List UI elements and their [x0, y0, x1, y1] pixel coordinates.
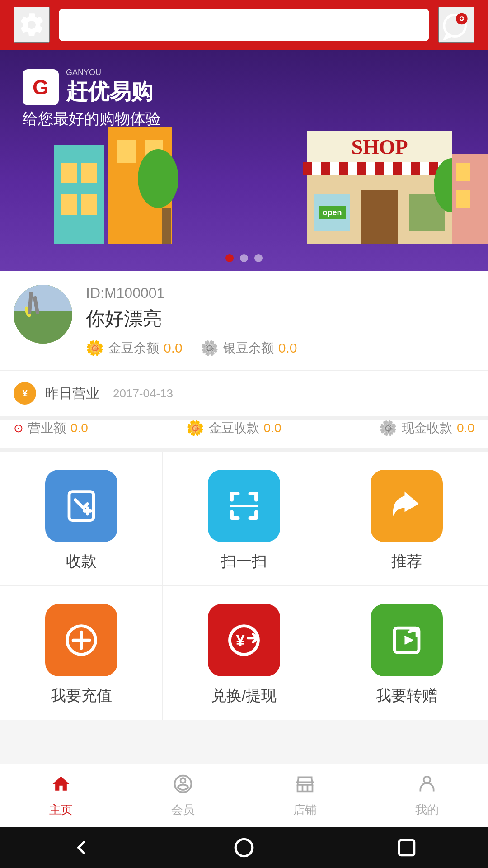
store-icon — [295, 774, 315, 798]
revenue-label: 营业额 — [28, 420, 66, 437]
profile-section: ID:M100001 你好漂亮 🌼 金豆余额 0.0 🌼 银豆余额 0.0 — [0, 271, 488, 371]
settings-button[interactable] — [14, 7, 50, 43]
top-bar — [0, 0, 488, 50]
member-icon — [173, 774, 193, 798]
grid-item-receive[interactable]: 收款 — [0, 452, 163, 586]
search-input[interactable] — [59, 9, 429, 41]
receive-icon-bg — [45, 470, 117, 542]
grid-item-scan[interactable]: 扫一扫 — [163, 452, 325, 586]
stats-coin-icon: ¥ — [14, 382, 36, 405]
stats-date: 2017-04-13 — [113, 387, 173, 401]
stat-cash: 🌼 现金收款 0.0 — [379, 420, 474, 437]
gold-bean: 🌼 金豆余额 0.0 — [86, 340, 183, 357]
grid-item-transfer[interactable]: 我要转赠 — [325, 586, 488, 720]
recents-button[interactable] — [393, 834, 420, 861]
svg-point-17 — [424, 777, 431, 783]
exchange-label: 兑换/提现 — [211, 685, 277, 706]
scan-icon-bg — [208, 470, 280, 542]
nav-mine[interactable]: 我的 — [366, 764, 488, 827]
profile-info: ID:M100001 你好漂亮 🌼 金豆余额 0.0 🌼 银豆余额 0.0 — [86, 285, 474, 357]
home-button[interactable] — [230, 834, 258, 861]
profile-name: 你好漂亮 — [86, 306, 474, 331]
gold-label: 金豆收款 — [209, 420, 259, 437]
silver-bean-value: 0.0 — [278, 340, 297, 356]
nav-store-label: 店铺 — [293, 802, 317, 818]
back-button[interactable] — [68, 834, 95, 861]
tree-left — [154, 149, 178, 244]
nav-store[interactable]: 店铺 — [244, 764, 366, 827]
mine-icon — [417, 774, 437, 798]
recharge-icon-bg — [45, 604, 117, 676]
silver-bean-label: 银豆余额 — [223, 340, 274, 357]
profile-beans: 🌼 金豆余额 0.0 🌼 银豆余额 0.0 — [86, 340, 474, 357]
gold-bean-icon: 🌼 — [86, 340, 104, 357]
banner: G GANYOU 赶优易购 给您最好的购物体验 — [0, 50, 488, 271]
avatar[interactable] — [14, 285, 72, 344]
nav-member[interactable]: 会员 — [122, 764, 244, 827]
receive-label: 收款 — [66, 551, 97, 572]
banner-dot-1[interactable] — [225, 254, 234, 262]
logo-g: G — [23, 69, 59, 105]
home-icon — [51, 774, 71, 798]
recommend-icon-bg — [371, 470, 443, 542]
revenue-icon: ⊙ — [14, 421, 23, 435]
gold-bean-label: 金豆余额 — [108, 340, 159, 357]
cash-value: 0.0 — [457, 421, 474, 435]
banner-title: 赶优易购 — [66, 77, 153, 106]
transfer-label: 我要转赠 — [376, 685, 437, 706]
nav-home-label: 主页 — [49, 802, 73, 818]
banner-dots — [225, 254, 263, 262]
bottom-nav: 主页 会员 店铺 我的 — [0, 764, 488, 827]
profile-id: ID:M100001 — [86, 285, 474, 302]
nav-member-label: 会员 — [171, 802, 195, 818]
svg-point-18 — [235, 839, 253, 856]
silver-bean-icon: 🌼 — [201, 340, 219, 357]
nav-home[interactable]: 主页 — [0, 764, 122, 827]
revenue-value: 0.0 — [70, 421, 88, 435]
shop-building: SHOP open — [307, 131, 452, 244]
grid-item-recharge[interactable]: 我要充值 — [0, 586, 163, 720]
stat-gold: 🌼 金豆收款 0.0 — [186, 420, 282, 437]
banner-dot-2[interactable] — [240, 254, 248, 262]
chat-button[interactable] — [438, 7, 474, 43]
transfer-icon-bg — [371, 604, 443, 676]
recharge-label: 我要充值 — [51, 685, 112, 706]
gold-stat-value: 0.0 — [264, 421, 282, 435]
grid-menu: 收款 扫一扫 推荐 — [0, 452, 488, 720]
scan-label: 扫一扫 — [221, 551, 267, 572]
cash-label: 现金收款 — [402, 420, 452, 437]
silver-bean: 🌼 银豆余额 0.0 — [201, 340, 297, 357]
gold-bean-value: 0.0 — [164, 340, 183, 356]
recommend-label: 推荐 — [391, 551, 422, 572]
stats-bar: ¥ 昨日营业 2017-04-13 — [0, 371, 488, 420]
logo-brand: GANYOU — [66, 68, 153, 77]
stat-revenue: ⊙ 营业额 0.0 — [14, 420, 88, 437]
grid-item-exchange[interactable]: ¥ 兑换/提现 — [163, 586, 325, 720]
gold-stat-icon: 🌼 — [186, 420, 204, 437]
city-illustration: SHOP open — [0, 118, 488, 244]
svg-rect-19 — [399, 840, 414, 855]
stats-label: 昨日营业 — [45, 384, 99, 403]
nav-mine-label: 我的 — [415, 802, 439, 818]
banner-dot-3[interactable] — [254, 254, 263, 262]
cash-icon: 🌼 — [379, 420, 397, 437]
system-nav — [0, 827, 488, 868]
svg-text:¥: ¥ — [236, 632, 245, 650]
exchange-icon-bg: ¥ — [208, 604, 280, 676]
grid-item-recommend[interactable]: 推荐 — [325, 452, 488, 586]
banner-logo: G GANYOU 赶优易购 — [23, 68, 153, 106]
stats-row: ⊙ 营业额 0.0 🌼 金豆收款 0.0 🌼 现金收款 0.0 — [0, 420, 488, 452]
